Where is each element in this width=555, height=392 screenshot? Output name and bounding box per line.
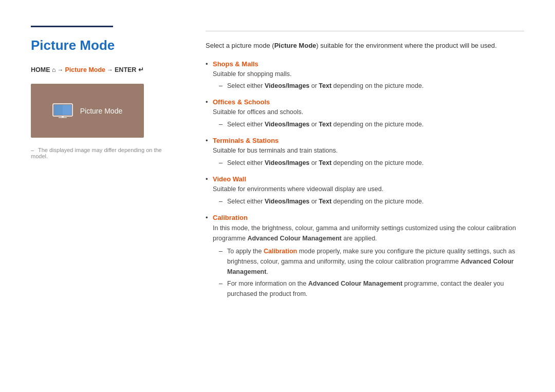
- breadcrumb-picture-mode: Picture Mode: [65, 66, 106, 73]
- text-bold: Text: [319, 159, 331, 166]
- top-rule-left: [31, 26, 113, 27]
- sub-item: Select either Videos/Images or Text depe…: [219, 81, 524, 91]
- sub-item: Select either Videos/Images or Text depe…: [219, 158, 524, 168]
- list-item: Terminals & Stations Suitable for bus te…: [206, 137, 524, 168]
- acm-bold-3: Advanced Colour Management: [308, 280, 402, 287]
- section-title-shops: Shops & Malls: [213, 60, 524, 68]
- section-title-videowall: Video Wall: [213, 175, 524, 183]
- acm-bold-1: Advanced Colour Management: [247, 235, 341, 242]
- breadcrumb-arrow-1: →: [58, 66, 64, 73]
- section-title-calibration: Calibration: [213, 214, 524, 221]
- right-column: Select a picture mode (Picture Mode) sui…: [206, 26, 524, 306]
- note-dash: –: [31, 147, 34, 153]
- note-content: The displayed image may differ depending…: [31, 147, 162, 159]
- videos-images-bold: Videos/Images: [265, 159, 309, 166]
- videos-images-bold: Videos/Images: [265, 198, 309, 205]
- section-desc-videowall: Suitable for environments where videowal…: [213, 184, 524, 194]
- section-desc-terminals: Suitable for bus terminals and train sta…: [213, 146, 524, 156]
- text-bold: Text: [319, 121, 331, 128]
- sub-item: Select either Videos/Images or Text depe…: [219, 196, 524, 207]
- section-desc-shops: Suitable for shopping malls.: [213, 69, 524, 79]
- sub-list-videowall: Select either Videos/Images or Text depe…: [213, 196, 524, 207]
- preview-label: Picture Mode: [80, 107, 122, 115]
- calibration-orange: Calibration: [264, 248, 297, 255]
- list-item: Shops & Malls Suitable for shopping mall…: [206, 60, 524, 91]
- breadcrumb-home: HOME ⌂: [31, 66, 56, 73]
- sub-item: Select either Videos/Images or Text depe…: [219, 119, 524, 129]
- monitor-icon: [52, 103, 73, 119]
- section-title-terminals: Terminals & Stations: [213, 137, 524, 144]
- page-title: Picture Mode: [31, 38, 175, 53]
- left-column: Picture Mode HOME ⌂ → Picture Mode → ENT…: [31, 26, 175, 306]
- intro-text: Select a picture mode (Picture Mode) sui…: [206, 41, 524, 51]
- section-title-offices: Offices & Schools: [213, 98, 524, 106]
- text-bold: Text: [319, 198, 331, 205]
- preview-box: Picture Mode: [31, 84, 144, 138]
- list-item: Video Wall Suitable for environments whe…: [206, 175, 524, 207]
- breadcrumb: HOME ⌂ → Picture Mode → ENTER ↵: [31, 66, 175, 73]
- svg-rect-3: [59, 117, 67, 118]
- top-rule-right: [206, 31, 524, 31]
- svg-rect-4: [54, 105, 63, 115]
- section-desc-offices: Suitable for offices and schools.: [213, 107, 524, 117]
- acm-bold-2: Advanced Colour Management: [227, 258, 514, 275]
- breadcrumb-enter: ENTER ↵: [115, 66, 144, 73]
- section-list: Shops & Malls Suitable for shopping mall…: [206, 60, 524, 299]
- list-item: Offices & Schools Suitable for offices a…: [206, 98, 524, 129]
- section-desc-calibration: In this mode, the brightness, colour, ga…: [213, 223, 524, 244]
- list-item: Calibration In this mode, the brightness…: [206, 214, 524, 299]
- sub-list-terminals: Select either Videos/Images or Text depe…: [213, 158, 524, 168]
- sub-item: To apply the Calibration mode properly, …: [219, 246, 524, 277]
- sub-list-shops: Select either Videos/Images or Text depe…: [213, 81, 524, 91]
- sub-list-offices: Select either Videos/Images or Text depe…: [213, 119, 524, 129]
- intro-bold: Picture Mode: [274, 42, 317, 49]
- note-text: – The displayed image may differ dependi…: [31, 147, 175, 159]
- videos-images-bold: Videos/Images: [265, 82, 309, 89]
- sub-item: For more information on the Advanced Col…: [219, 278, 524, 299]
- text-bold: Text: [319, 82, 331, 89]
- breadcrumb-arrow-2: →: [107, 66, 113, 73]
- videos-images-bold: Videos/Images: [265, 121, 309, 128]
- sub-list-calibration: To apply the Calibration mode properly, …: [213, 246, 524, 299]
